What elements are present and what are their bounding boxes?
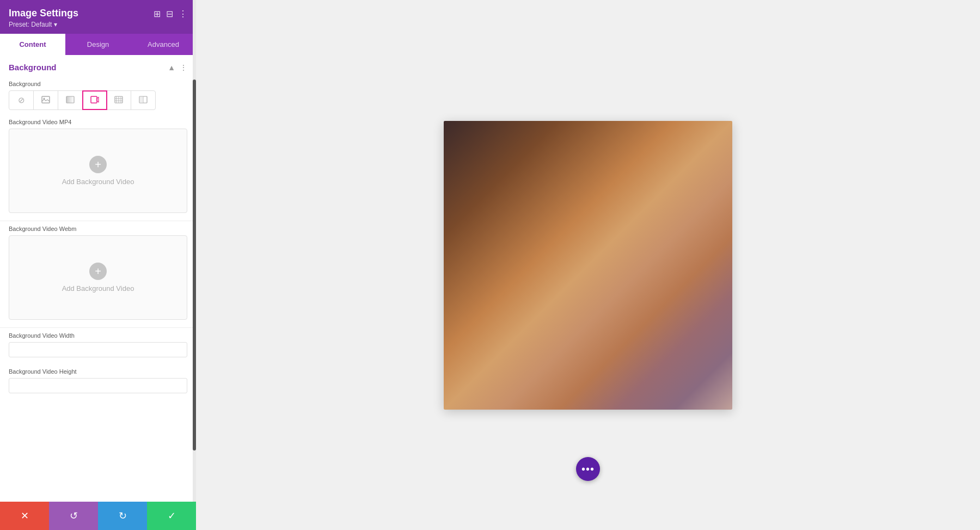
more-options-button[interactable]: ••• xyxy=(576,457,600,481)
main-canvas: ••• xyxy=(196,0,980,530)
add-video-webm-label: Add Background Video xyxy=(62,284,134,293)
no-bg-icon: ⊘ xyxy=(18,95,25,105)
svg-rect-2 xyxy=(66,96,74,103)
bg-type-image[interactable] xyxy=(33,90,58,110)
header-icons: ⊞ ⊟ ⋮ xyxy=(154,10,187,19)
cancel-icon: ✕ xyxy=(21,510,29,522)
pattern-bg-icon xyxy=(114,96,123,105)
video-height-label: Background Video Height xyxy=(0,365,196,378)
cancel-button[interactable]: ✕ xyxy=(0,502,49,530)
video-mp4-label: Background Video MP4 xyxy=(0,115,196,129)
divider-1 xyxy=(0,221,196,221)
header-left: Image Settings Preset: Default ▾ xyxy=(9,8,78,28)
video-webm-upload-section: + Add Background Video xyxy=(0,235,196,326)
redo-icon: ↻ xyxy=(119,510,127,522)
svg-rect-12 xyxy=(139,96,143,103)
tab-design[interactable]: Design xyxy=(65,34,131,55)
add-video-mp4-icon: + xyxy=(89,156,107,173)
save-icon: ✓ xyxy=(168,510,176,522)
sidebar-content: Background ▲ ⋮ Background ⊘ xyxy=(0,55,196,530)
divider-2 xyxy=(0,327,196,328)
kebab-menu-icon[interactable]: ⋮ xyxy=(179,10,187,19)
sidebar: Image Settings Preset: Default ▾ ⊞ ⊟ ⋮ C… xyxy=(0,0,196,530)
add-video-mp4-label: Add Background Video xyxy=(62,178,134,186)
background-field-label: Background xyxy=(0,77,196,90)
tab-advanced[interactable]: Advanced xyxy=(131,34,196,55)
panel-title: Image Settings xyxy=(9,8,78,19)
section-more-icon[interactable]: ⋮ xyxy=(180,63,187,72)
video-bg-icon xyxy=(90,96,99,105)
sidebar-header: Image Settings Preset: Default ▾ ⊞ ⊟ ⋮ xyxy=(0,0,196,34)
section-title-background: Background xyxy=(9,63,57,72)
video-width-label: Background Video Width xyxy=(0,329,196,342)
canvas-preview-image xyxy=(444,121,732,410)
video-width-input[interactable] xyxy=(9,342,187,357)
responsive-icon[interactable]: ⊞ xyxy=(154,10,161,19)
gradient-bg-icon xyxy=(66,96,75,105)
bg-type-pattern[interactable] xyxy=(106,90,131,110)
video-mp4-upload-section: + Add Background Video xyxy=(0,129,196,220)
video-mp4-upload-box[interactable]: + Add Background Video xyxy=(9,129,187,213)
bg-type-mask[interactable] xyxy=(131,90,156,110)
image-bg-icon xyxy=(41,96,50,105)
section-controls: ▲ ⋮ xyxy=(168,63,187,72)
redo-button[interactable]: ↻ xyxy=(98,502,147,530)
save-button[interactable]: ✓ xyxy=(147,502,196,530)
settings-icon[interactable]: ⊟ xyxy=(166,10,173,19)
preset-label[interactable]: Preset: Default ▾ xyxy=(9,21,78,28)
video-height-field xyxy=(0,378,196,401)
background-section-header: Background ▲ ⋮ xyxy=(0,55,196,77)
svg-rect-4 xyxy=(91,96,97,103)
video-height-input[interactable] xyxy=(9,378,187,393)
mask-bg-icon xyxy=(139,96,148,105)
undo-button[interactable]: ↺ xyxy=(49,502,98,530)
bg-type-gradient[interactable] xyxy=(58,90,83,110)
tab-bar: Content Design Advanced xyxy=(0,34,196,55)
preset-arrow-icon: ▾ xyxy=(54,21,57,28)
bg-type-none[interactable]: ⊘ xyxy=(9,90,34,110)
video-webm-upload-box[interactable]: + Add Background Video xyxy=(9,235,187,320)
tab-content[interactable]: Content xyxy=(0,34,65,55)
add-video-webm-icon: + xyxy=(89,263,107,280)
video-webm-label: Background Video Webm xyxy=(0,222,196,235)
bg-type-selector: ⊘ xyxy=(0,90,196,115)
undo-icon: ↺ xyxy=(70,510,78,522)
svg-rect-0 xyxy=(42,96,50,103)
section-collapse-icon[interactable]: ▲ xyxy=(168,63,175,72)
video-width-field xyxy=(0,342,196,365)
bg-type-video[interactable] xyxy=(82,90,107,110)
bottom-toolbar: ✕ ↺ ↻ ✓ xyxy=(0,502,196,530)
